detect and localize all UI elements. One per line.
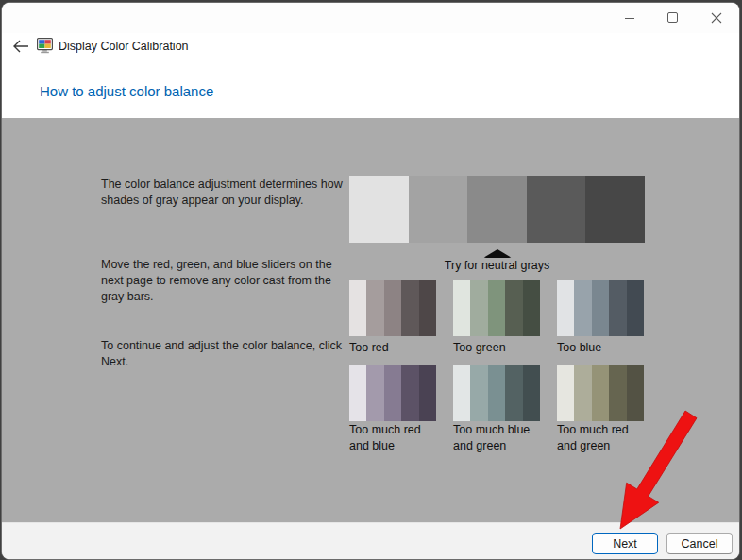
- color-stripe: [574, 365, 591, 421]
- color-stripe: [467, 176, 527, 243]
- swatch-label-too-blue: Too blue: [557, 340, 648, 356]
- close-icon: [711, 12, 722, 24]
- close-button[interactable]: [698, 7, 735, 29]
- swatch-label-too-much-blue-and-green: Too much blue and green: [453, 422, 544, 454]
- swatch-too-much-blue-and-green: [453, 365, 540, 421]
- color-stripe: [470, 365, 487, 421]
- color-stripe: [505, 280, 522, 336]
- swatch-label-too-red: Too red: [349, 340, 440, 356]
- color-stripe: [592, 280, 609, 336]
- titlebar: [2, 3, 739, 33]
- color-stripe: [366, 365, 383, 421]
- color-stripe: [557, 280, 574, 336]
- app-icon: [37, 38, 53, 54]
- color-stripe: [523, 280, 540, 336]
- gray-gradient-bar: [349, 176, 645, 243]
- next-button[interactable]: Next: [592, 533, 658, 554]
- color-stripe: [609, 280, 626, 336]
- window-title: Display Color Calibration: [59, 40, 189, 53]
- swatch-too-blue: [557, 280, 644, 336]
- color-stripe: [527, 176, 586, 243]
- back-button[interactable]: [10, 36, 31, 57]
- color-stripe: [609, 365, 626, 421]
- neutral-grays-hint: Try for neutral grays: [349, 249, 645, 272]
- page-heading: How to adjust color balance: [40, 83, 213, 99]
- up-triangle-icon: [483, 249, 512, 258]
- color-stripe: [627, 280, 644, 336]
- footer-bar: Next Cancel: [2, 522, 739, 559]
- color-stripe: [349, 280, 366, 336]
- color-stripe: [453, 280, 470, 336]
- swatch-too-much-red-and-blue: [349, 365, 436, 421]
- color-stripe: [488, 365, 505, 421]
- minimize-button[interactable]: [611, 7, 649, 29]
- swatch-label-too-green: Too green: [453, 340, 544, 356]
- color-stripe: [574, 280, 591, 336]
- color-stripe: [585, 176, 645, 243]
- color-stripe: [401, 280, 418, 336]
- cancel-button[interactable]: Cancel: [666, 533, 733, 554]
- color-stripe: [409, 176, 468, 243]
- display-color-calibration-window: Display Color Calibration How to adjust …: [2, 3, 739, 559]
- swatch-label-too-much-red-and-blue: Too much red and blue: [349, 422, 440, 454]
- color-stripe: [349, 365, 366, 421]
- content-area: The color balance adjustment determines …: [2, 118, 739, 522]
- color-stripe: [488, 280, 505, 336]
- minimize-icon: [625, 13, 635, 24]
- color-stripe: [419, 280, 436, 336]
- color-stripe: [384, 365, 401, 421]
- swatch-too-much-red-and-green: [557, 365, 644, 421]
- swatch-label-too-much-red-and-green: Too much red and green: [557, 422, 648, 454]
- color-stripe: [401, 365, 418, 421]
- color-stripe: [366, 280, 383, 336]
- back-arrow-icon: [12, 39, 29, 54]
- maximize-icon: [667, 12, 679, 24]
- swatch-too-red: [349, 280, 436, 336]
- paragraph-next: To continue and adjust the color balance…: [101, 338, 345, 370]
- paragraph-intro: The color balance adjustment determines …: [101, 177, 345, 209]
- color-stripe: [592, 365, 609, 421]
- color-stripe: [505, 365, 522, 421]
- color-stripe: [419, 365, 436, 421]
- color-stripe: [557, 365, 574, 421]
- color-stripe: [627, 365, 644, 421]
- maximize-button[interactable]: [654, 7, 692, 29]
- color-stripe: [453, 365, 470, 421]
- swatch-too-green: [453, 280, 540, 336]
- color-stripe: [384, 280, 401, 336]
- color-stripe: [523, 365, 540, 421]
- color-stripe: [470, 280, 487, 336]
- neutral-grays-label: Try for neutral grays: [349, 259, 645, 272]
- color-stripe: [349, 176, 409, 243]
- paragraph-sliders: Move the red, green, and blue sliders on…: [101, 257, 345, 305]
